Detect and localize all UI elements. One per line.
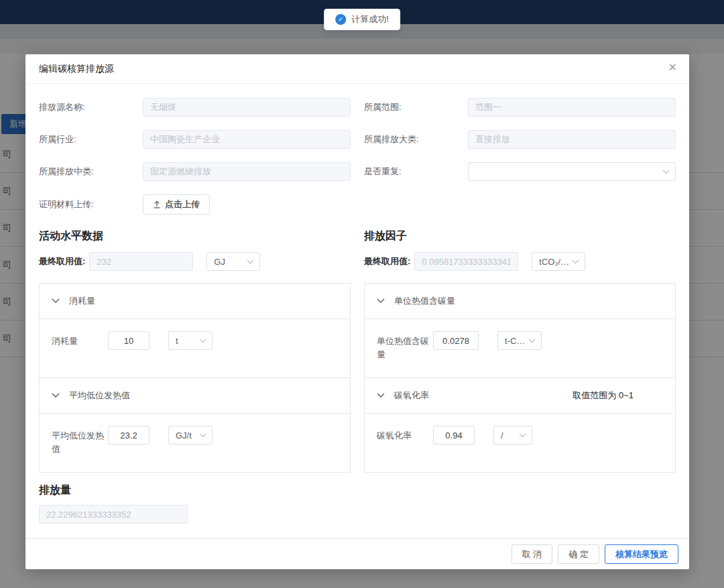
major-category-label: 所属排放大类: xyxy=(364,133,468,145)
upload-button-label: 点击上传 xyxy=(165,198,200,211)
field-source-name: 排放源名称: xyxy=(39,98,351,117)
field-major-category: 所属排放大类: xyxy=(364,130,676,149)
chevron-down-icon xyxy=(52,298,60,304)
dialog-body: 排放源名称: 所属范围: 所属行业: 所属排放大类: 所属排放中类: xyxy=(25,84,689,538)
field-upload: 证明材料上传: 点击上传 xyxy=(39,194,676,215)
activity-collapse: 消耗量 消耗量 t xyxy=(39,283,351,473)
emission-heading: 排放量 xyxy=(39,483,676,497)
industry-input xyxy=(143,130,351,149)
major-category-input xyxy=(468,130,676,149)
success-toast: ✓ 计算成功! xyxy=(324,9,400,30)
factor-unit-value: tCO₂/GJ xyxy=(539,257,569,267)
chevron-down-icon xyxy=(199,339,206,343)
result-preview-button[interactable]: 核算结果预览 xyxy=(605,544,678,564)
carbon-content-panel-header[interactable]: 单位热值含碳量 xyxy=(365,284,675,318)
chevron-down-icon xyxy=(662,170,670,174)
field-scope: 所属范围: xyxy=(364,98,676,117)
heating-value-input[interactable] xyxy=(108,426,149,445)
chevron-down-icon xyxy=(377,393,385,398)
is-duplicate-select[interactable] xyxy=(468,162,676,181)
chevron-down-icon xyxy=(247,259,254,264)
success-check-icon: ✓ xyxy=(335,14,346,25)
activity-section: 活动水平数据 最终取用值: GJ 消耗量 xyxy=(39,229,351,473)
oxidation-rate-panel-body: 碳氧化率 / xyxy=(365,413,675,472)
factor-final-input xyxy=(414,252,518,271)
factor-final-label: 最终取用值: xyxy=(364,255,410,268)
toast-message: 计算成功! xyxy=(351,13,389,25)
upload-label: 证明材料上传: xyxy=(39,198,143,211)
factor-collapse: 单位热值含碳量 单位热值含碳量 t-C/... xyxy=(364,283,676,473)
oxidation-rate-range-note: 取值范围为 0~1 xyxy=(572,390,663,402)
field-middle-category: 所属排放中类: xyxy=(39,162,351,181)
emission-total-input xyxy=(39,505,188,524)
oxidation-rate-field-label: 碳氧化率 xyxy=(377,426,433,443)
factor-section: 排放因子 最终取用值: tCO₂/GJ 单位热值含 xyxy=(364,229,676,473)
chevron-down-icon xyxy=(52,393,60,398)
oxidation-rate-unit-select[interactable]: / xyxy=(493,426,532,445)
scope-label: 所属范围: xyxy=(364,101,468,113)
heating-value-unit-value: GJ/t xyxy=(176,430,192,440)
heating-value-panel: 平均低位发热值 平均低位发热值 GJ/t xyxy=(40,377,350,472)
activity-unit-value: GJ xyxy=(214,257,225,267)
oxidation-rate-panel-title: 碳氧化率 xyxy=(394,390,429,402)
activity-final-label: 最终取用值: xyxy=(39,255,85,268)
heating-value-panel-body: 平均低位发热值 GJ/t xyxy=(40,413,350,472)
activity-heading: 活动水平数据 xyxy=(39,229,351,243)
oxidation-rate-panel: 碳氧化率 取值范围为 0~1 碳氧化率 / xyxy=(365,377,675,472)
consumption-panel: 消耗量 消耗量 t xyxy=(40,284,350,377)
activity-unit-select[interactable]: GJ xyxy=(206,252,260,271)
oxidation-rate-panel-header[interactable]: 碳氧化率 取值范围为 0~1 xyxy=(365,378,675,413)
source-name-label: 排放源名称: xyxy=(39,101,143,113)
factor-unit-select[interactable]: tCO₂/GJ xyxy=(532,252,585,271)
chevron-down-icon xyxy=(519,433,526,438)
activity-final-row: 最终取用值: GJ xyxy=(39,252,351,271)
upload-button[interactable]: 点击上传 xyxy=(143,194,210,215)
consumption-panel-header[interactable]: 消耗量 xyxy=(40,284,350,318)
is-duplicate-label: 是否重复: xyxy=(364,166,468,178)
edit-emission-source-dialog: 编辑碳核算排放源 ✕ 排放源名称: 所属范围: 所属行业: 所属 xyxy=(25,54,689,569)
consumption-input[interactable] xyxy=(108,331,149,350)
carbon-content-unit-value: t-C/... xyxy=(505,336,526,346)
consumption-field-label: 消耗量 xyxy=(52,331,108,348)
carbon-content-panel-body: 单位热值含碳量 t-C/... xyxy=(365,318,675,377)
consumption-unit-select[interactable]: t xyxy=(168,331,213,350)
middle-category-label: 所属排放中类: xyxy=(39,166,143,178)
dialog-footer: 取 消 确 定 核算结果预览 xyxy=(25,538,689,569)
carbon-content-input[interactable] xyxy=(433,331,479,350)
factor-heading: 排放因子 xyxy=(364,229,676,243)
heating-value-panel-title: 平均低位发热值 xyxy=(69,390,130,402)
consumption-panel-title: 消耗量 xyxy=(69,295,95,307)
carbon-content-panel-title: 单位热值含碳量 xyxy=(394,295,455,307)
consumption-unit-value: t xyxy=(176,336,178,346)
chevron-down-icon xyxy=(199,433,206,438)
ok-button[interactable]: 确 定 xyxy=(558,544,599,564)
activity-final-input xyxy=(89,252,193,271)
chevron-down-icon xyxy=(528,339,536,343)
close-icon[interactable]: ✕ xyxy=(668,62,677,73)
heating-value-panel-header[interactable]: 平均低位发热值 xyxy=(40,378,350,413)
oxidation-rate-input[interactable] xyxy=(433,426,475,445)
heating-value-field-label: 平均低位发热值 xyxy=(52,426,108,455)
middle-category-input xyxy=(143,162,351,181)
field-is-duplicate: 是否重复: xyxy=(364,162,676,181)
cancel-button[interactable]: 取 消 xyxy=(511,544,553,564)
heating-value-unit-select[interactable]: GJ/t xyxy=(168,426,213,445)
source-name-input xyxy=(143,98,351,117)
oxidation-rate-unit-value: / xyxy=(501,430,503,440)
form-grid: 排放源名称: 所属范围: 所属行业: 所属排放大类: 所属排放中类: xyxy=(39,98,676,194)
carbon-content-panel: 单位热值含碳量 单位热值含碳量 t-C/... xyxy=(365,284,675,377)
sections-grid: 活动水平数据 最终取用值: GJ 消耗量 xyxy=(39,229,676,473)
screen: 新增 司 司 司 司 司 司 ✓ 计算成功! 编辑碳核算排放源 ✕ 排放源名称: xyxy=(0,0,724,588)
chevron-down-icon xyxy=(377,298,385,304)
consumption-panel-body: 消耗量 t xyxy=(40,318,350,377)
industry-label: 所属行业: xyxy=(39,133,143,145)
carbon-content-unit-select[interactable]: t-C/... xyxy=(497,331,542,350)
dialog-title: 编辑碳核算排放源 xyxy=(39,63,114,74)
dialog-header: 编辑碳核算排放源 ✕ xyxy=(25,54,689,84)
chevron-down-icon xyxy=(572,259,579,264)
factor-final-row: 最终取用值: tCO₂/GJ xyxy=(364,252,676,271)
carbon-content-field-label: 单位热值含碳量 xyxy=(377,331,433,361)
upload-icon xyxy=(153,200,161,209)
field-industry: 所属行业: xyxy=(39,130,351,149)
scope-input xyxy=(468,98,676,117)
